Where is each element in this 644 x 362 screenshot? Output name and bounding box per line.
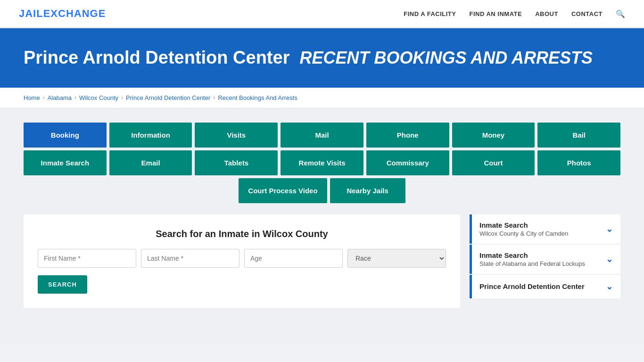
- btn-nearby-jails[interactable]: Nearby Jails: [330, 178, 405, 203]
- first-name-input[interactable]: [38, 249, 136, 268]
- nav-about[interactable]: ABOUT: [535, 10, 558, 17]
- nav-find-inmate[interactable]: FIND AN INMATE: [469, 10, 522, 17]
- sep-4: ›: [213, 94, 215, 101]
- btn-tablets[interactable]: Tablets: [195, 150, 278, 175]
- search-title: Search for an Inmate in Wilcox County: [38, 229, 446, 239]
- breadcrumb: Home › Alabama › Wilcox County › Prince …: [0, 88, 644, 108]
- nav-find-facility[interactable]: FIND A FACILITY: [404, 10, 456, 17]
- btn-information[interactable]: Information: [109, 123, 192, 148]
- btn-mail[interactable]: Mail: [281, 123, 363, 148]
- logo-exchange: EXCHANGE: [43, 8, 106, 19]
- nav-links: FIND A FACILITY FIND AN INMATE ABOUT CON…: [404, 9, 625, 18]
- sidebar-title-2: Inmate Search: [479, 251, 585, 259]
- race-select[interactable]: Race White Black Hispanic Asian Other: [347, 249, 446, 268]
- search-fields: Race White Black Hispanic Asian Other: [38, 249, 446, 268]
- navbar: JAILEXCHANGE FIND A FACILITY FIND AN INM…: [0, 0, 644, 28]
- hero-section: Prince Arnold Detention Center RECENT BO…: [0, 28, 644, 88]
- btn-money[interactable]: Money: [452, 123, 535, 148]
- btn-inmate-search[interactable]: Inmate Search: [24, 150, 107, 175]
- btn-phone[interactable]: Phone: [366, 123, 449, 148]
- age-input[interactable]: [244, 249, 343, 268]
- chevron-down-icon-3: ⌄: [606, 281, 613, 292]
- nav-contact[interactable]: CONTACT: [571, 10, 603, 17]
- btn-remote-visits[interactable]: Remote Visits: [281, 150, 363, 175]
- sidebar: Inmate Search Wilcox County & City of Ca…: [470, 214, 620, 299]
- breadcrumb-alabama[interactable]: Alabama: [48, 94, 72, 101]
- breadcrumb-current: Recent Bookings And Arrests: [218, 94, 297, 101]
- chevron-down-icon-1: ⌄: [606, 224, 613, 234]
- site-logo[interactable]: JAILEXCHANGE: [19, 8, 106, 20]
- sidebar-title-1: Inmate Search: [479, 221, 569, 229]
- btn-photos[interactable]: Photos: [537, 150, 620, 175]
- sidebar-item-wilcox[interactable]: Inmate Search Wilcox County & City of Ca…: [470, 214, 620, 244]
- chevron-down-icon-2: ⌄: [606, 254, 613, 264]
- page-title: Prince Arnold Detention Center RECENT BO…: [24, 47, 620, 69]
- sidebar-subtitle-1: Wilcox County & City of Camden: [479, 230, 569, 237]
- button-row-2: Inmate Search Email Tablets Remote Visit…: [24, 150, 620, 175]
- btn-court-process-video[interactable]: Court Process Video: [239, 178, 327, 203]
- btn-email[interactable]: Email: [109, 150, 192, 175]
- sidebar-item-alabama[interactable]: Inmate Search State of Alabama and Feder…: [470, 245, 620, 274]
- sep-2: ›: [74, 94, 76, 101]
- main-content: Booking Information Visits Mail Phone Mo…: [0, 108, 644, 344]
- btn-bail[interactable]: Bail: [537, 123, 620, 148]
- nav-button-grid: Booking Information Visits Mail Phone Mo…: [24, 123, 620, 203]
- sep-3: ›: [121, 94, 123, 101]
- logo-jail: JAIL: [19, 8, 43, 19]
- sidebar-title-3: Prince Arnold Detention Center: [479, 282, 585, 290]
- btn-booking[interactable]: Booking: [24, 123, 107, 148]
- search-icon[interactable]: 🔍: [616, 9, 625, 18]
- btn-court[interactable]: Court: [452, 150, 535, 175]
- sidebar-subtitle-2: State of Alabama and Federal Lockups: [479, 260, 585, 267]
- btn-visits[interactable]: Visits: [195, 123, 278, 148]
- sep-1: ›: [43, 94, 45, 101]
- button-row-1: Booking Information Visits Mail Phone Mo…: [24, 123, 620, 148]
- sidebar-item-prince-arnold[interactable]: Prince Arnold Detention Center ⌄: [470, 275, 620, 298]
- content-area: Search for an Inmate in Wilcox County Ra…: [24, 214, 620, 308]
- breadcrumb-home[interactable]: Home: [24, 94, 40, 101]
- last-name-input[interactable]: [141, 249, 239, 268]
- breadcrumb-wilcox[interactable]: Wilcox County: [79, 94, 118, 101]
- search-button[interactable]: SEARCH: [38, 275, 87, 294]
- button-row-3: Court Process Video Nearby Jails: [24, 178, 620, 203]
- btn-commissary[interactable]: Commissary: [366, 150, 449, 175]
- breadcrumb-center[interactable]: Prince Arnold Detention Center: [126, 94, 210, 101]
- inmate-search-panel: Search for an Inmate in Wilcox County Ra…: [24, 214, 460, 308]
